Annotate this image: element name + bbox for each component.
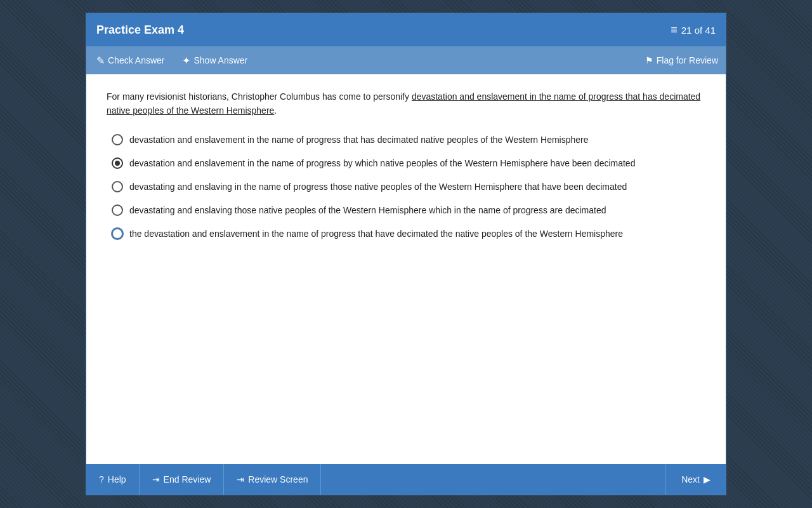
- exam-header: Practice Exam 4 ≡ 21 of 41: [86, 13, 726, 46]
- radio-a[interactable]: [112, 134, 123, 145]
- review-screen-button[interactable]: ⇥ Review Screen: [224, 464, 321, 495]
- help-label: Help: [108, 474, 126, 485]
- next-icon: ▶: [704, 474, 710, 485]
- flag-review-button[interactable]: ⚑ Flag for Review: [645, 55, 718, 65]
- options-list: devastation and enslavement in the name …: [112, 133, 705, 241]
- next-label: Next: [681, 474, 700, 485]
- review-screen-label: Review Screen: [248, 474, 308, 485]
- check-answer-icon: ✎: [96, 55, 105, 67]
- question-text: For many revisionist historians, Christo…: [107, 90, 705, 118]
- review-screen-icon: ⇥: [237, 474, 244, 485]
- end-review-icon: ⇥: [152, 474, 160, 485]
- footer-left: ? Help ⇥ End Review ⇥ Review Screen: [86, 464, 321, 495]
- question-text-after: .: [274, 105, 277, 116]
- end-review-button[interactable]: ⇥ End Review: [140, 464, 225, 495]
- exam-container: Practice Exam 4 ≡ 21 of 41 ✎ Check Answe…: [86, 13, 726, 495]
- show-answer-label: Show Answer: [193, 55, 247, 65]
- next-button[interactable]: Next ▶: [665, 464, 726, 495]
- question-content: For many revisionist historians, Christo…: [86, 74, 726, 464]
- end-review-label: End Review: [164, 474, 211, 485]
- check-answer-button[interactable]: ✎ Check Answer: [94, 53, 167, 68]
- radio-c[interactable]: [112, 181, 123, 192]
- exam-title: Practice Exam 4: [96, 23, 184, 37]
- option-a[interactable]: devastation and enslavement in the name …: [112, 133, 705, 147]
- toolbar-left: ✎ Check Answer ✦ Show Answer: [94, 53, 250, 68]
- option-d-text: devastating and enslaving those native p…: [129, 204, 606, 217]
- option-d[interactable]: devastating and enslaving those native p…: [112, 204, 705, 217]
- radio-d[interactable]: [112, 204, 123, 216]
- option-e-text: the devastation and enslavement in the n…: [129, 227, 623, 241]
- radio-e[interactable]: [112, 228, 123, 239]
- progress-text: 21 of 41: [681, 25, 716, 36]
- footer-spacer: [321, 464, 665, 495]
- flag-review-label: Flag for Review: [657, 55, 718, 65]
- help-button[interactable]: ? Help: [86, 464, 140, 495]
- progress-indicator: ≡ 21 of 41: [671, 23, 716, 37]
- show-answer-icon: ✦: [182, 55, 190, 67]
- progress-icon: ≡: [671, 23, 678, 37]
- radio-b[interactable]: [112, 157, 123, 169]
- option-e[interactable]: the devastation and enslavement in the n…: [112, 227, 705, 241]
- help-icon: ?: [99, 474, 104, 485]
- option-c-text: devastating and enslaving in the name of…: [129, 180, 627, 194]
- question-text-before: For many revisionist historians, Christo…: [107, 91, 412, 102]
- check-answer-label: Check Answer: [108, 55, 164, 65]
- toolbar: ✎ Check Answer ✦ Show Answer ⚑ Flag for …: [86, 46, 726, 74]
- show-answer-button[interactable]: ✦ Show Answer: [180, 53, 250, 68]
- option-a-text: devastation and enslavement in the name …: [129, 133, 589, 147]
- flag-icon: ⚑: [645, 55, 653, 65]
- option-b[interactable]: devastation and enslavement in the name …: [112, 157, 705, 170]
- option-c[interactable]: devastating and enslaving in the name of…: [112, 180, 705, 194]
- footer: ? Help ⇥ End Review ⇥ Review Screen Next…: [86, 464, 726, 495]
- option-b-text: devastation and enslavement in the name …: [129, 157, 635, 170]
